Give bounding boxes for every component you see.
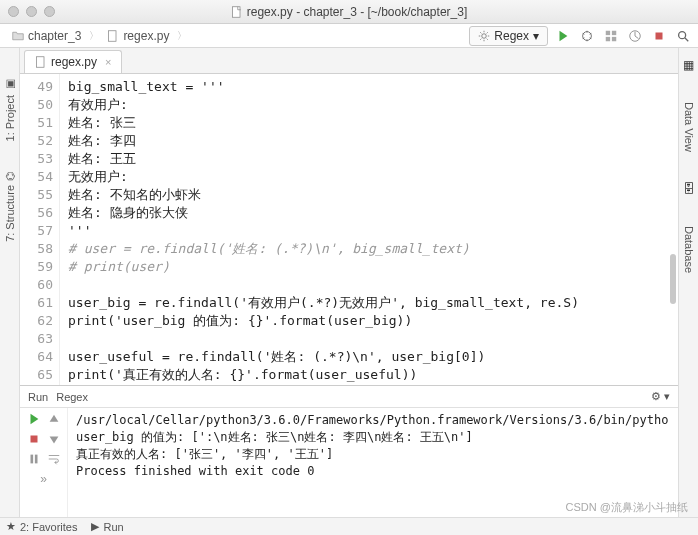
main-area: 1: Project ▣ 7: Structure ⌬ regex.py × 4… bbox=[0, 48, 698, 535]
run-controls: » bbox=[20, 408, 68, 535]
right-tool-window-bar: ▦ Data View 🗄 Database bbox=[678, 48, 698, 535]
code-content[interactable]: big_small_text = '''有效用户:姓名: 张三姓名: 李四姓名:… bbox=[60, 74, 678, 385]
editor-tab[interactable]: regex.py × bbox=[24, 50, 122, 73]
editor-tabs: regex.py × bbox=[20, 48, 678, 74]
toolbar: Regex ▾ bbox=[469, 26, 692, 46]
svg-rect-0 bbox=[232, 6, 240, 17]
run-config-selector[interactable]: Regex ▾ bbox=[469, 26, 548, 46]
python-file-icon bbox=[231, 6, 243, 18]
stop-button[interactable] bbox=[650, 27, 668, 45]
database-tab[interactable]: Database bbox=[683, 226, 695, 273]
scrollbar-thumb[interactable] bbox=[670, 254, 676, 304]
search-button[interactable] bbox=[674, 27, 692, 45]
svg-rect-11 bbox=[37, 57, 45, 68]
settings-icon[interactable]: ⚙ ▾ bbox=[651, 390, 670, 403]
grid-icon[interactable]: ▦ bbox=[683, 58, 694, 72]
svg-rect-4 bbox=[606, 30, 610, 34]
svg-rect-12 bbox=[30, 436, 37, 443]
close-tab-icon[interactable]: × bbox=[105, 56, 111, 68]
more-icon[interactable]: » bbox=[40, 472, 47, 486]
svg-rect-6 bbox=[606, 36, 610, 40]
run-config-name: Regex bbox=[56, 391, 88, 403]
line-number-gutter: 4950515253545556575859606162636465 bbox=[20, 74, 60, 385]
breadcrumb-file[interactable]: regex.py bbox=[101, 27, 175, 45]
svg-point-10 bbox=[679, 31, 686, 38]
profile-button[interactable] bbox=[626, 27, 644, 45]
project-tool-tab[interactable]: 1: Project ▣ bbox=[3, 78, 16, 141]
bottom-tool-window-bar: ★ 2: Favorites ▶ Run bbox=[0, 517, 698, 535]
database-icon[interactable]: 🗄 bbox=[683, 182, 695, 196]
run-config-icon bbox=[478, 30, 490, 42]
svg-rect-9 bbox=[656, 32, 663, 39]
rerun-icon[interactable] bbox=[27, 412, 41, 426]
run-title: Run bbox=[28, 391, 48, 403]
python-file-icon bbox=[107, 30, 119, 42]
window-title: regex.py - chapter_3 - [~/book/chapter_3… bbox=[0, 5, 698, 19]
data-view-tab[interactable]: Data View bbox=[683, 102, 695, 152]
breadcrumb-separator-icon: 〉 bbox=[89, 29, 99, 43]
wrap-icon[interactable] bbox=[47, 452, 61, 466]
watermark: CSDN @流鼻涕小斗抽纸 bbox=[566, 500, 688, 515]
breadcrumb-folder[interactable]: chapter_3 bbox=[6, 27, 87, 45]
svg-rect-1 bbox=[109, 30, 117, 41]
favorites-tab[interactable]: ★ 2: Favorites bbox=[6, 520, 77, 533]
down-icon[interactable] bbox=[47, 432, 61, 446]
svg-rect-7 bbox=[612, 36, 616, 40]
svg-rect-13 bbox=[30, 455, 33, 464]
left-tool-window-bar: 1: Project ▣ 7: Structure ⌬ bbox=[0, 48, 20, 535]
svg-point-3 bbox=[583, 31, 592, 40]
titlebar: regex.py - chapter_3 - [~/book/chapter_3… bbox=[0, 0, 698, 24]
up-icon[interactable] bbox=[47, 412, 61, 426]
run-button[interactable] bbox=[554, 27, 572, 45]
svg-point-2 bbox=[482, 33, 487, 38]
coverage-button[interactable] bbox=[602, 27, 620, 45]
structure-tool-tab[interactable]: 7: Structure ⌬ bbox=[3, 171, 16, 242]
run-tab[interactable]: ▶ Run bbox=[91, 520, 123, 533]
breadcrumb-separator-icon: 〉 bbox=[177, 29, 187, 43]
python-file-icon bbox=[35, 56, 47, 68]
stop-icon[interactable] bbox=[27, 432, 41, 446]
svg-rect-14 bbox=[34, 455, 37, 464]
debug-button[interactable] bbox=[578, 27, 596, 45]
code-editor[interactable]: 4950515253545556575859606162636465 big_s… bbox=[20, 74, 678, 385]
chevron-down-icon: ▾ bbox=[533, 29, 539, 43]
pause-icon[interactable] bbox=[27, 452, 41, 466]
console-output[interactable]: /usr/local/Cellar/python3/3.6.0/Framewor… bbox=[68, 408, 678, 535]
svg-rect-5 bbox=[612, 30, 616, 34]
editor-region: regex.py × 49505152535455565758596061626… bbox=[20, 48, 678, 535]
navigation-bar: chapter_3 〉 regex.py 〉 Regex ▾ bbox=[0, 24, 698, 48]
run-header: Run Regex ⚙ ▾ bbox=[20, 386, 678, 408]
folder-icon bbox=[12, 30, 24, 42]
